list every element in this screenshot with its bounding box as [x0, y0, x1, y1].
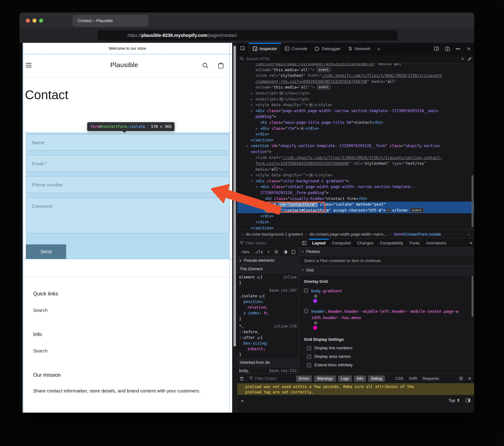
- layout-scrollbar-thumb[interactable]: [472, 276, 473, 317]
- browser-tab[interactable]: Contact – Plausible: [72, 15, 148, 27]
- code-line[interactable]: ▶<div class="rte">⋯</div>: [237, 126, 474, 132]
- console-settings-gear-icon[interactable]: [459, 376, 463, 381]
- form-field-email[interactable]: Email *: [26, 155, 229, 172]
- devtools-tab-debugger[interactable]: Debugger: [311, 43, 344, 54]
- close-console-icon[interactable]: ✕: [468, 376, 472, 381]
- search-html-bar[interactable]: Search HTML +: [237, 54, 474, 63]
- address-bar[interactable]: https://plausible-8238.myshopify.com/pag…: [98, 30, 398, 41]
- sidebar-tab-fonts[interactable]: Fonts: [406, 239, 423, 247]
- code-line[interactable]: </section>: [237, 137, 474, 143]
- code-line[interactable]: </div>: [237, 213, 474, 219]
- css-rule[interactable]: base.css:287.isolate{position:relative;z…: [237, 287, 299, 323]
- expand-arrow-icon[interactable]: ▶: [251, 173, 255, 179]
- css-rule[interactable]: inlineelement{}: [237, 273, 299, 287]
- grid-overlay-checkbox[interactable]: [304, 309, 308, 313]
- css-rule[interactable]: base.css:312body,: [237, 367, 299, 373]
- console-filter-errors[interactable]: Errors: [296, 375, 312, 382]
- console-filter-requests[interactable]: Requests: [422, 376, 439, 381]
- console-input-row[interactable]: » Top: [237, 395, 474, 406]
- grid-overlay-color-swatch[interactable]: [313, 326, 317, 330]
- grid-overlay-color-swatch[interactable]: [313, 299, 317, 303]
- search-icon[interactable]: [202, 62, 209, 69]
- breadcrumb-item[interactable]: div.color-background-1.gradient: [246, 232, 303, 237]
- code-line[interactable]: ▶<style data-shopify="">⋯</style>: [237, 172, 474, 178]
- code-line[interactable]: form.css?v=12475605843249503552167456668…: [237, 161, 474, 167]
- code-line[interactable]: 17330976293128__form-padding">: [237, 190, 474, 196]
- create-node-icon[interactable]: +: [458, 56, 467, 62]
- send-button[interactable]: Send: [26, 244, 66, 259]
- print-media-icon[interactable]: [292, 250, 295, 254]
- rules-toggle[interactable]: .cls: [254, 250, 263, 254]
- form-field-name[interactable]: Name: [26, 134, 229, 151]
- code-line[interactable]: <link rel="stylesheet" href="//cdn.shopi…: [237, 73, 474, 79]
- sidebar-tab-layout[interactable]: Layout: [309, 239, 329, 247]
- expand-arrow-icon[interactable]: ▶: [251, 97, 255, 103]
- flexbox-section-header[interactable]: ▼Flexbox: [299, 248, 474, 256]
- collapse-arrow-icon[interactable]: ▼: [251, 179, 255, 185]
- grid-section-header[interactable]: ▼Grid: [299, 266, 474, 275]
- code-line[interactable]: ▶<noscript>⋯</noscript>: [237, 90, 474, 96]
- expand-arrow-icon[interactable]: ▶: [251, 91, 255, 97]
- code-line[interactable]: </div>: [237, 219, 474, 225]
- code-line[interactable]: <h2 class="visually-hidden">Contact form…: [237, 196, 474, 202]
- dark-theme-icon[interactable]: [283, 250, 288, 254]
- sidebar-toggle-icon[interactable]: [299, 239, 309, 247]
- pseudo-elements-header[interactable]: ▶Pseudo-elements: [237, 256, 299, 265]
- code-line[interactable]: onload="this.media='all'">event: [237, 67, 474, 73]
- code-line[interactable]: </div>: [237, 131, 474, 137]
- code-line[interactable]: ▶<noscript>⋯</noscript>: [237, 96, 474, 102]
- cart-bag-icon[interactable]: [217, 62, 225, 69]
- rules-toggle[interactable]: +: [267, 250, 270, 254]
- rules-toggle[interactable]: :hov: [240, 250, 249, 254]
- page-scrollbar[interactable]: [232, 43, 237, 413]
- code-line[interactable]: </section>: [237, 225, 474, 229]
- rule-source-link[interactable]: inline: [283, 274, 297, 280]
- code-line[interactable]: section">: [237, 149, 474, 155]
- grid-setting-checkbox[interactable]: [307, 346, 311, 350]
- store-name[interactable]: Plausible: [23, 61, 226, 69]
- light-theme-icon[interactable]: [274, 249, 279, 254]
- code-line[interactable]: /component-rte.css?v=6991943663851532978…: [237, 79, 474, 85]
- page-scrollbar-thumb[interactable]: [233, 46, 236, 346]
- sidebar-tab-computed[interactable]: Computed: [329, 239, 354, 247]
- code-line[interactable]: ▼<div class="page-width page-width--narr…: [237, 108, 474, 114]
- collapse-arrow-icon[interactable]: ▼: [256, 184, 260, 190]
- clear-console-icon[interactable]: [240, 376, 244, 381]
- tabs-dropdown-icon[interactable]: [470, 243, 472, 244]
- grid-setting-checkbox[interactable]: [307, 355, 311, 359]
- collapse-arrow-icon[interactable]: ▼: [246, 143, 251, 149]
- tree-scrollbar-thumb[interactable]: [472, 175, 473, 227]
- devtools-tab-network[interactable]: Network: [344, 43, 374, 54]
- code-line[interactable]: ▼<section id="shopify-section-template--…: [237, 143, 474, 149]
- rule-source-link[interactable]: base.css:287: [269, 288, 297, 293]
- traffic-light-minimize[interactable]: [32, 19, 37, 23]
- devtools-tab-inspector[interactable]: Inspector: [249, 43, 281, 54]
- sidebar-tab-changes[interactable]: Changes: [354, 239, 377, 247]
- console-filter-css[interactable]: CSS: [395, 376, 404, 381]
- collapse-arrow-icon[interactable]: ▼: [251, 108, 255, 114]
- code-line[interactable]: ▼<div class="contact page-width page-wid…: [237, 184, 474, 190]
- code-line[interactable]: <link href="//cdn.shopify.com/s/files/1/…: [237, 155, 474, 161]
- split-console-icon[interactable]: [431, 43, 442, 54]
- grid-overlay-label[interactable]: header.header.header--middle-left.header…: [311, 308, 459, 331]
- breadcrumb-back-icon[interactable]: ‹: [239, 232, 246, 237]
- footer-link[interactable]: Search: [33, 308, 48, 313]
- footer-link[interactable]: Search: [33, 348, 48, 353]
- devtools-tab-console[interactable]: Console: [281, 43, 311, 54]
- css-rule[interactable]: inline:170*,::before,::after{box-sizing:…: [237, 323, 299, 358]
- code-line[interactable]: /section-main-page.css?v=848677459125201…: [237, 63, 474, 67]
- close-devtools-icon[interactable]: ✕: [463, 43, 474, 54]
- rule-source-link[interactable]: inline:170: [274, 323, 297, 329]
- console-filter-logs[interactable]: Logs: [338, 375, 352, 382]
- code-line[interactable]: media="all">: [237, 167, 474, 173]
- breadcrumb-item[interactable]: div.contact.page-width.page-width--narro…: [309, 232, 387, 237]
- frame-selector[interactable]: Top: [449, 398, 470, 403]
- code-line[interactable]: ▶<style data-shopify="">⋯</style>: [237, 102, 474, 108]
- console-filter-info[interactable]: Info: [354, 375, 366, 382]
- console-pane-icon[interactable]: [466, 398, 470, 402]
- console-filter-xhr[interactable]: XHR: [409, 376, 417, 381]
- sidebar-tab-compatibility[interactable]: Compatibility: [377, 239, 406, 247]
- traffic-light-maximize[interactable]: [39, 19, 43, 23]
- form-field-comment[interactable]: Comment: [26, 197, 229, 233]
- sidebar-tab-animations[interactable]: Animations: [423, 239, 450, 247]
